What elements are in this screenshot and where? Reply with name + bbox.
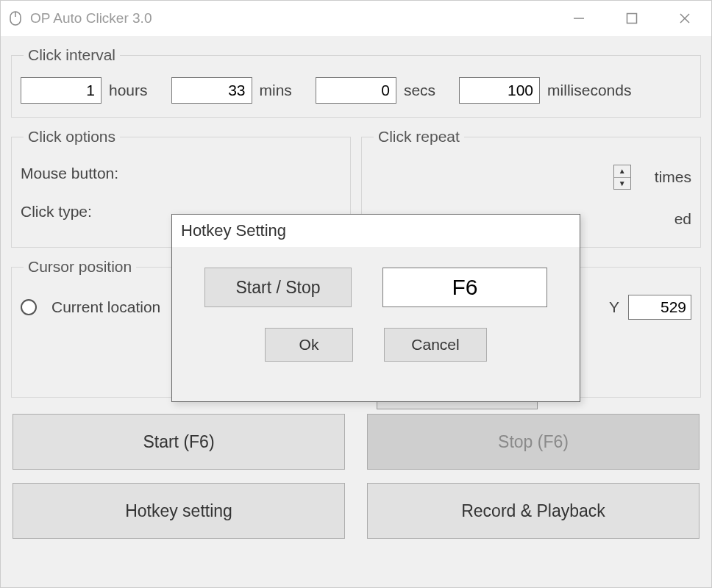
- mouse-button-label: Mouse button:: [21, 165, 138, 182]
- times-label: times: [655, 168, 691, 186]
- cancel-button[interactable]: Cancel: [384, 328, 487, 362]
- mins-input[interactable]: [171, 77, 252, 104]
- secs-label: secs: [404, 82, 435, 99]
- mouse-icon: [8, 11, 23, 26]
- click-type-label: Click type:: [21, 203, 138, 220]
- click-interval-group: Click interval hours mins secs milliseco…: [11, 46, 701, 118]
- ms-label: milliseconds: [547, 82, 631, 99]
- y-label: Y: [609, 298, 619, 316]
- stop-button: Stop (F6): [367, 414, 699, 470]
- titlebar: OP Auto Clicker 3.0: [1, 1, 711, 36]
- hotkey-setting-dialog: Hotkey Setting Start / Stop F6 Ok Cancel: [171, 214, 580, 402]
- chevron-down-icon[interactable]: ▼: [614, 178, 630, 190]
- start-button[interactable]: Start (F6): [13, 414, 345, 470]
- until-stopped-fragment: ed: [674, 210, 691, 228]
- click-repeat-legend: Click repeat: [374, 128, 464, 146]
- ms-input[interactable]: [459, 77, 540, 104]
- record-playback-button[interactable]: Record & Playback: [367, 483, 699, 539]
- hotkey-value-field[interactable]: F6: [382, 268, 547, 307]
- ok-button[interactable]: Ok: [265, 328, 353, 362]
- window-title: OP Auto Clicker 3.0: [30, 10, 152, 26]
- maximize-button[interactable]: [605, 1, 658, 36]
- click-interval-legend: Click interval: [24, 46, 120, 64]
- svg-rect-3: [627, 14, 637, 24]
- hotkey-setting-button[interactable]: Hotkey setting: [13, 483, 345, 539]
- click-options-legend: Click options: [24, 128, 120, 146]
- y-input[interactable]: [628, 295, 691, 320]
- current-location-radio[interactable]: [21, 299, 37, 315]
- chevron-up-icon[interactable]: ▲: [614, 165, 630, 178]
- cursor-position-legend: Cursor position: [24, 258, 136, 276]
- mins-label: mins: [260, 82, 292, 99]
- hours-label: hours: [109, 82, 148, 99]
- current-location-label: Current location: [51, 298, 160, 316]
- close-button[interactable]: [658, 1, 711, 36]
- dialog-title: Hotkey Setting: [172, 215, 580, 247]
- secs-input[interactable]: [316, 77, 396, 104]
- hours-input[interactable]: [21, 77, 102, 104]
- main-window: OP Auto Clicker 3.0 Click interval hours…: [0, 0, 712, 588]
- minimize-button[interactable]: [552, 1, 605, 36]
- startstop-hotkey-button[interactable]: Start / Stop: [204, 268, 352, 307]
- repeat-count-spinner[interactable]: ▲ ▼: [614, 165, 631, 190]
